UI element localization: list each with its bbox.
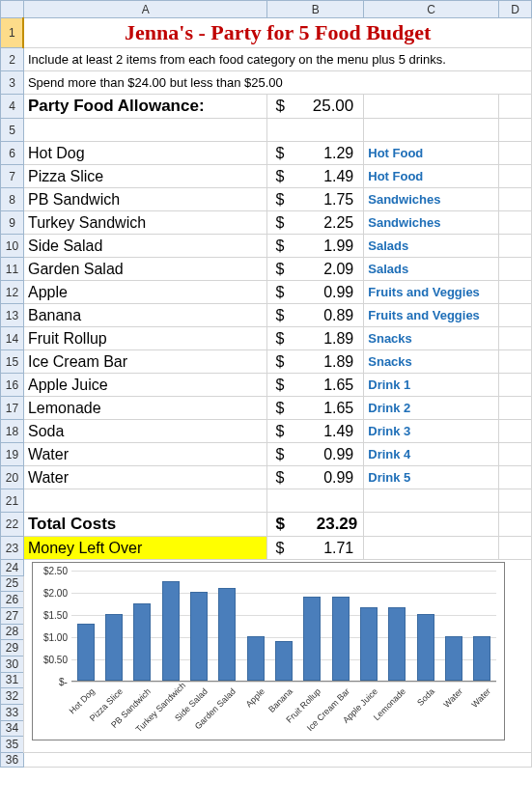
cell-D19[interactable]	[499, 443, 532, 466]
cell-D15[interactable]	[499, 350, 532, 374]
allowance-label[interactable]: Party Food Allowance:	[23, 95, 266, 119]
item-name[interactable]: PB Sandwich	[23, 188, 266, 211]
item-price[interactable]: $1.89	[267, 327, 364, 350]
item-category[interactable]: Hot Food	[364, 165, 499, 188]
cell-D14[interactable]	[499, 327, 532, 350]
item-category[interactable]: Snacks	[364, 350, 499, 374]
row-header-19[interactable]: 19	[1, 443, 24, 466]
item-name[interactable]: Turkey Sandwich	[23, 211, 266, 235]
col-header-A[interactable]: A	[23, 1, 266, 18]
item-category[interactable]: Drink 2	[364, 397, 499, 420]
item-category[interactable]: Drink 4	[364, 443, 499, 466]
cell-D18[interactable]	[499, 420, 532, 443]
item-price[interactable]: $1.89	[267, 350, 364, 374]
item-name[interactable]: Apple Juice	[23, 374, 266, 397]
item-price[interactable]: $2.25	[267, 211, 364, 235]
item-price[interactable]: $1.65	[267, 397, 364, 420]
row-header-26[interactable]: 26	[1, 592, 24, 608]
item-category[interactable]: Salads	[364, 258, 499, 281]
row-header-22[interactable]: 22	[1, 513, 24, 537]
row-header-14[interactable]: 14	[1, 327, 24, 350]
item-price[interactable]: $0.99	[267, 443, 364, 466]
chart-area[interactable]: $-$0.50$1.00$1.50$2.00$2.50 Hot DogPizza…	[23, 560, 531, 753]
item-price[interactable]: $1.29	[267, 142, 364, 165]
row-header-9[interactable]: 9	[1, 211, 24, 235]
cell-C22[interactable]	[364, 513, 499, 537]
cell-D5[interactable]	[499, 119, 532, 142]
item-name[interactable]: Apple	[23, 281, 266, 304]
item-name[interactable]: Ice Cream Bar	[23, 350, 266, 374]
row-header-12[interactable]: 12	[1, 281, 24, 304]
row-header-3[interactable]: 3	[1, 71, 24, 95]
cell-D7[interactable]	[499, 165, 532, 188]
cell-B21[interactable]	[267, 489, 364, 513]
cell-D10[interactable]	[499, 235, 532, 258]
item-name[interactable]: Garden Salad	[23, 258, 266, 281]
cell-D16[interactable]	[499, 374, 532, 397]
cell-D22[interactable]	[499, 513, 532, 537]
cell-C5[interactable]	[364, 119, 499, 142]
item-price[interactable]: $1.49	[267, 165, 364, 188]
row-header-30[interactable]: 30	[1, 656, 24, 672]
cell-A5[interactable]	[23, 119, 266, 142]
row-header-33[interactable]: 33	[1, 704, 24, 720]
row-header-20[interactable]: 20	[1, 466, 24, 489]
row-header-36[interactable]: 36	[1, 753, 24, 768]
leftover-label[interactable]: Money Left Over	[23, 537, 266, 560]
item-category[interactable]: Fruits and Veggies	[364, 304, 499, 327]
row-header-18[interactable]: 18	[1, 420, 24, 443]
total-value[interactable]: $23.29	[267, 513, 364, 537]
cell-D12[interactable]	[499, 281, 532, 304]
item-name[interactable]: Side Salad	[23, 235, 266, 258]
cell-D13[interactable]	[499, 304, 532, 327]
cell-D8[interactable]	[499, 188, 532, 211]
item-category[interactable]: Drink 1	[364, 374, 499, 397]
item-price[interactable]: $2.09	[267, 258, 364, 281]
item-category[interactable]: Sandwiches	[364, 211, 499, 235]
row-header-5[interactable]: 5	[1, 119, 24, 142]
row-header-35[interactable]: 35	[1, 737, 24, 753]
row-header-4[interactable]: 4	[1, 95, 24, 119]
row-header-1[interactable]: 1	[1, 18, 24, 48]
cell-D9[interactable]	[499, 211, 532, 235]
item-price[interactable]: $1.75	[267, 188, 364, 211]
item-price[interactable]: $1.49	[267, 420, 364, 443]
item-name[interactable]: Hot Dog	[23, 142, 266, 165]
cell-D4[interactable]	[499, 95, 532, 119]
cell-A21[interactable]	[23, 489, 266, 513]
row-header-32[interactable]: 32	[1, 688, 24, 705]
row-header-11[interactable]: 11	[1, 258, 24, 281]
item-name[interactable]: Water	[23, 466, 266, 489]
item-category[interactable]: Snacks	[364, 327, 499, 350]
item-price[interactable]: $0.99	[267, 466, 364, 489]
cell-D20[interactable]	[499, 466, 532, 489]
item-category[interactable]: Fruits and Veggies	[364, 281, 499, 304]
row-header-17[interactable]: 17	[1, 397, 24, 420]
row-header-8[interactable]: 8	[1, 188, 24, 211]
spreadsheet[interactable]: A B C D 1 Jenna's - Party for 5 Food Bud…	[0, 0, 532, 768]
item-name[interactable]: Lemonade	[23, 397, 266, 420]
instruction-1[interactable]: Include at least 2 items from each food …	[23, 48, 531, 71]
item-price[interactable]: $1.99	[267, 235, 364, 258]
select-all-corner[interactable]	[1, 1, 24, 18]
item-category[interactable]: Sandwiches	[364, 188, 499, 211]
item-category[interactable]: Hot Food	[364, 142, 499, 165]
allowance-value[interactable]: $25.00	[267, 95, 364, 119]
col-header-C[interactable]: C	[364, 1, 499, 18]
cell-C21[interactable]	[364, 489, 499, 513]
row-header-13[interactable]: 13	[1, 304, 24, 327]
cell-D6[interactable]	[499, 142, 532, 165]
title-cell[interactable]: Jenna's - Party for 5 Food Budget	[23, 18, 531, 48]
item-price[interactable]: $1.65	[267, 374, 364, 397]
row-header-23[interactable]: 23	[1, 537, 24, 560]
row-header-25[interactable]: 25	[1, 575, 24, 592]
col-header-D[interactable]: D	[499, 1, 532, 18]
item-price[interactable]: $0.99	[267, 281, 364, 304]
cell-D21[interactable]	[499, 489, 532, 513]
row-header-31[interactable]: 31	[1, 672, 24, 688]
cell-D11[interactable]	[499, 258, 532, 281]
row-header-28[interactable]: 28	[1, 624, 24, 640]
row-header-15[interactable]: 15	[1, 350, 24, 374]
item-name[interactable]: Water	[23, 443, 266, 466]
row-header-6[interactable]: 6	[1, 142, 24, 165]
